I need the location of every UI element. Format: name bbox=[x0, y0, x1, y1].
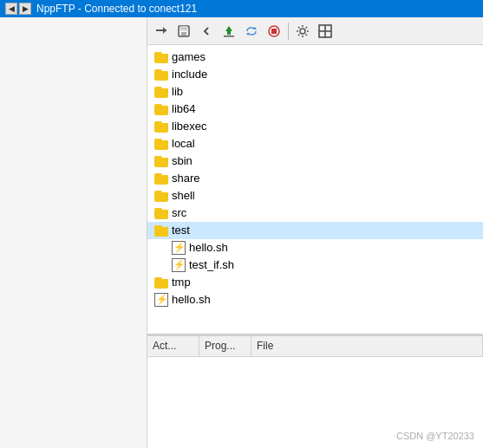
folder-icon-src bbox=[154, 207, 168, 219]
tree-label-test: test bbox=[172, 222, 190, 239]
back-button[interactable] bbox=[196, 21, 217, 42]
tree-label-lib64: lib64 bbox=[172, 101, 195, 118]
tree-item-local[interactable]: local bbox=[147, 135, 483, 153]
svg-point-12 bbox=[300, 29, 305, 34]
svg-rect-16 bbox=[319, 31, 325, 37]
folder-icon-include bbox=[154, 68, 168, 81]
tree-label-test_if_sh: test_if.sh bbox=[189, 256, 234, 274]
folder-icon-share bbox=[154, 172, 168, 185]
svg-marker-1 bbox=[163, 27, 166, 34]
folder-icon-sbin bbox=[154, 155, 168, 167]
file-icon-test_if_sh bbox=[172, 258, 186, 272]
tree-label-hello_sh: hello.sh bbox=[189, 239, 228, 256]
svg-rect-7 bbox=[224, 36, 234, 37]
folder-icon-shell bbox=[154, 190, 168, 202]
tree-label-share: share bbox=[172, 170, 200, 187]
tree-label-hello_sh2: hello.sh bbox=[172, 291, 211, 308]
tree-label-libexec: libexec bbox=[172, 118, 206, 135]
nav-next-button[interactable]: ▶ bbox=[19, 3, 31, 15]
log-button[interactable] bbox=[315, 21, 336, 42]
folder-icon-lib bbox=[154, 86, 168, 98]
svg-rect-3 bbox=[180, 26, 187, 30]
log-col-action: Act... bbox=[147, 336, 199, 356]
folder-icon-test bbox=[154, 224, 168, 237]
tree-item-sbin[interactable]: sbin bbox=[147, 153, 483, 170]
main-layout: gamesincludeliblib64libexeclocalsbinshar… bbox=[0, 17, 483, 448]
svg-marker-5 bbox=[225, 26, 232, 31]
tree-item-tmp[interactable]: tmp bbox=[147, 274, 483, 291]
svg-rect-6 bbox=[227, 31, 231, 35]
toolbar bbox=[147, 17, 483, 45]
log-col-progress: Prog... bbox=[199, 336, 251, 356]
tree-label-include: include bbox=[172, 66, 207, 83]
nav-prev-button[interactable]: ◀ bbox=[5, 3, 17, 15]
tree-item-games[interactable]: games bbox=[147, 49, 483, 66]
tree-item-hello_sh2[interactable]: hello.sh bbox=[147, 291, 483, 308]
folder-icon-libexec bbox=[154, 120, 168, 133]
tree-label-src: src bbox=[172, 205, 186, 222]
file-icon-hello_sh2 bbox=[154, 293, 168, 307]
tree-item-test[interactable]: test bbox=[147, 222, 483, 239]
log-header: Act... Prog... File bbox=[147, 336, 483, 357]
tree-item-include[interactable]: include bbox=[147, 66, 483, 83]
svg-rect-4 bbox=[181, 32, 186, 36]
file-icon-hello_sh bbox=[172, 241, 186, 255]
toolbar-divider bbox=[288, 23, 289, 40]
tree-item-hello_sh[interactable]: hello.sh bbox=[147, 239, 483, 256]
sync-button[interactable] bbox=[241, 21, 262, 42]
tree-item-lib64[interactable]: lib64 bbox=[147, 101, 483, 118]
nav-arrows[interactable]: ◀ ▶ bbox=[5, 3, 31, 15]
left-sidebar bbox=[0, 17, 147, 448]
tree-label-sbin: sbin bbox=[172, 153, 193, 170]
connect-button[interactable] bbox=[151, 21, 172, 42]
svg-rect-15 bbox=[325, 25, 331, 31]
svg-rect-17 bbox=[325, 31, 331, 37]
save-button[interactable] bbox=[173, 21, 194, 42]
folder-icon-local bbox=[154, 138, 168, 150]
watermark: CSDN @YT20233 bbox=[396, 431, 474, 441]
title-bar: ◀ ▶ NppFTP - Connected to conect121 bbox=[0, 0, 483, 17]
svg-rect-11 bbox=[271, 29, 277, 34]
settings-button[interactable] bbox=[292, 21, 313, 42]
folder-icon-tmp bbox=[154, 276, 168, 289]
title-text: NppFTP - Connected to conect121 bbox=[36, 3, 197, 15]
svg-rect-14 bbox=[319, 25, 325, 31]
upload-button[interactable] bbox=[219, 21, 239, 42]
tree-label-local: local bbox=[172, 135, 195, 153]
right-panel: gamesincludeliblib64libexeclocalsbinshar… bbox=[147, 17, 483, 448]
tree-label-shell: shell bbox=[172, 187, 195, 205]
tree-item-test_if_sh[interactable]: test_if.sh bbox=[147, 256, 483, 274]
tree-item-lib[interactable]: lib bbox=[147, 83, 483, 101]
tree-label-lib: lib bbox=[172, 83, 183, 101]
tree-item-src[interactable]: src bbox=[147, 205, 483, 222]
folder-icon-lib64 bbox=[154, 103, 168, 115]
tree-item-shell[interactable]: shell bbox=[147, 187, 483, 205]
file-tree: gamesincludeliblib64libexeclocalsbinshar… bbox=[147, 45, 483, 335]
folder-icon-games bbox=[154, 51, 168, 63]
stop-button[interactable] bbox=[264, 21, 284, 42]
log-col-file: File bbox=[251, 336, 483, 356]
tree-item-share[interactable]: share bbox=[147, 170, 483, 187]
tree-item-libexec[interactable]: libexec bbox=[147, 118, 483, 135]
tree-label-games: games bbox=[172, 49, 206, 66]
tree-label-tmp: tmp bbox=[172, 274, 191, 291]
